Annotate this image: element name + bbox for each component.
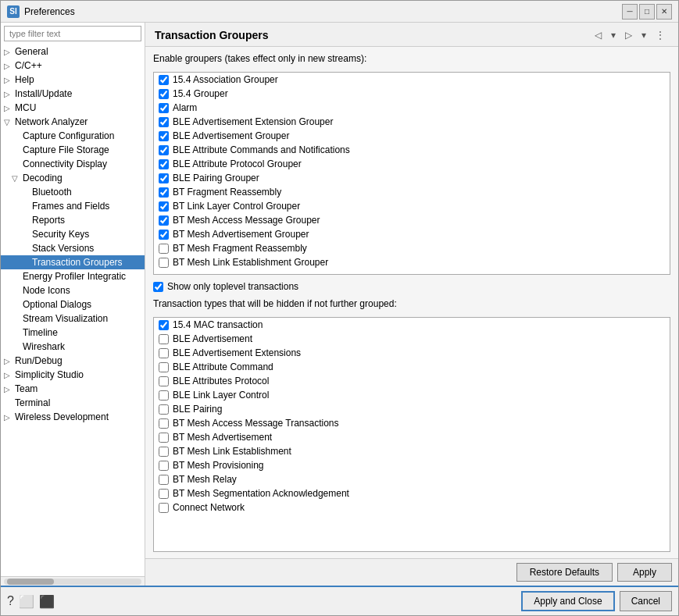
sidebar-item-connectivity-display[interactable]: Connectivity Display: [1, 157, 145, 171]
transaction-type-item[interactable]: BT Mesh Segmentation Acknowledgement: [154, 486, 670, 500]
sidebar-item-node-icons[interactable]: Node Icons: [1, 283, 145, 297]
sidebar-item-network-analyzer[interactable]: ▽Network Analyzer: [1, 115, 145, 129]
grouper-checkbox-3[interactable]: [159, 117, 169, 127]
sidebar-item-simplicity-studio[interactable]: ▷Simplicity Studio: [1, 368, 145, 382]
transaction-type-checkbox-12[interactable]: [159, 489, 169, 499]
grouper-item[interactable]: BT Mesh Advertisement Grouper: [154, 227, 670, 241]
sidebar-item-mcu[interactable]: ▷MCU: [1, 101, 145, 115]
sidebar-item-general[interactable]: ▷General: [1, 45, 145, 59]
sidebar-item-install-update[interactable]: ▷Install/Update: [1, 87, 145, 101]
transaction-type-checkbox-5[interactable]: [159, 390, 169, 401]
transaction-type-checkbox-10[interactable]: [159, 461, 169, 471]
grouper-item[interactable]: BT Fragment Reassembly: [154, 185, 670, 199]
transaction-type-item[interactable]: BLE Link Layer Control: [154, 388, 670, 402]
groupers-list[interactable]: 15.4 Association Grouper15.4 GrouperAlar…: [153, 72, 670, 275]
transaction-type-item[interactable]: BLE Advertisement Extensions: [154, 346, 670, 360]
grouper-item[interactable]: BLE Attribute Commands and Notifications: [154, 143, 670, 157]
transaction-type-item[interactable]: BT Mesh Link Establishment: [154, 444, 670, 458]
grouper-checkbox-2[interactable]: [159, 103, 169, 113]
transaction-type-item[interactable]: BT Mesh Advertisement: [154, 430, 670, 444]
grouper-item[interactable]: BT Link Layer Control Grouper: [154, 199, 670, 213]
forward-dropdown-button[interactable]: ▾: [638, 27, 650, 43]
sidebar-item-reports[interactable]: Reports: [1, 213, 145, 227]
cancel-button[interactable]: Cancel: [620, 591, 672, 611]
sidebar-item-transaction-groupers[interactable]: Transaction Groupers: [1, 255, 145, 269]
back-button[interactable]: ◁: [591, 27, 606, 43]
transaction-type-checkbox-13[interactable]: [159, 503, 169, 513]
show-only-label[interactable]: Show only toplevel transactions: [167, 281, 298, 292]
sidebar-item-wireless-development[interactable]: ▷Wireless Development: [1, 410, 145, 424]
transaction-types-list[interactable]: 15.4 MAC transactionBLE AdvertisementBLE…: [153, 317, 670, 552]
transaction-type-checkbox-8[interactable]: [159, 433, 169, 443]
grouper-item[interactable]: BT Mesh Access Message Grouper: [154, 213, 670, 227]
sidebar-item-c-cpp[interactable]: ▷C/C++: [1, 59, 145, 73]
sidebar-item-terminal[interactable]: Terminal: [1, 396, 145, 410]
grouper-item[interactable]: Alarm: [154, 101, 670, 115]
transaction-type-checkbox-6[interactable]: [159, 404, 169, 415]
sidebar-item-run-debug[interactable]: ▷Run/Debug: [1, 354, 145, 368]
sidebar-item-timeline[interactable]: Timeline: [1, 326, 145, 340]
transaction-type-checkbox-1[interactable]: [159, 334, 169, 344]
transaction-type-item[interactable]: BT Mesh Access Message Transactions: [154, 416, 670, 430]
grouper-checkbox-7[interactable]: [159, 173, 169, 183]
scroll-track[interactable]: [4, 579, 141, 585]
transaction-type-item[interactable]: BLE Advertisement: [154, 332, 670, 346]
back-dropdown-button[interactable]: ▾: [607, 27, 620, 43]
sidebar-item-stream-visualization[interactable]: Stream Visualization: [1, 312, 145, 326]
grouper-checkbox-1[interactable]: [159, 89, 169, 99]
grouper-checkbox-9[interactable]: [159, 201, 169, 212]
transaction-type-checkbox-4[interactable]: [159, 376, 169, 386]
restore-defaults-button[interactable]: Restore Defaults: [516, 563, 613, 582]
grouper-item[interactable]: BLE Advertisement Grouper: [154, 129, 670, 143]
apply-button[interactable]: Apply: [617, 563, 672, 582]
grouper-item[interactable]: 15.4 Grouper: [154, 87, 670, 101]
grouper-checkbox-0[interactable]: [159, 75, 169, 85]
sidebar-item-team[interactable]: ▷Team: [1, 382, 145, 396]
maximize-button[interactable]: □: [639, 4, 655, 20]
export-icon[interactable]: ⬜: [19, 594, 34, 609]
scroll-thumb[interactable]: [7, 579, 54, 585]
sidebar-scrollbar[interactable]: [1, 576, 145, 586]
help-icon[interactable]: ?: [7, 594, 14, 608]
grouper-checkbox-6[interactable]: [159, 159, 169, 169]
grouper-checkbox-5[interactable]: [159, 145, 169, 155]
sidebar-item-optional-dialogs[interactable]: Optional Dialogs: [1, 297, 145, 312]
filter-input[interactable]: [4, 26, 141, 41]
transaction-type-checkbox-11[interactable]: [159, 475, 169, 485]
minimize-button[interactable]: ─: [622, 4, 638, 20]
transaction-type-checkbox-0[interactable]: [159, 320, 169, 330]
transaction-type-item[interactable]: BT Mesh Relay: [154, 472, 670, 486]
transaction-type-item[interactable]: 15.4 MAC transaction: [154, 318, 670, 332]
transaction-type-checkbox-2[interactable]: [159, 348, 169, 358]
grouper-item[interactable]: BT Mesh Link Establishment Grouper: [154, 255, 670, 269]
apply-and-close-button[interactable]: Apply and Close: [521, 591, 614, 611]
grouper-item[interactable]: 15.4 Association Grouper: [154, 73, 670, 87]
sidebar-item-wireshark[interactable]: Wireshark: [1, 340, 145, 354]
menu-button[interactable]: ⋮: [652, 27, 669, 43]
grouper-checkbox-12[interactable]: [159, 244, 169, 254]
transaction-type-checkbox-7[interactable]: [159, 418, 169, 429]
sidebar-item-energy-profiler[interactable]: Energy Profiler Integratic: [1, 269, 145, 283]
sidebar-item-capture-file-storage[interactable]: Capture File Storage: [1, 143, 145, 157]
grouper-checkbox-11[interactable]: [159, 230, 169, 240]
close-button[interactable]: ✕: [656, 4, 672, 20]
forward-button[interactable]: ▷: [621, 27, 636, 43]
show-only-checkbox[interactable]: [153, 282, 163, 292]
grouper-checkbox-10[interactable]: [159, 215, 169, 226]
transaction-type-item[interactable]: BLE Attribute Command: [154, 360, 670, 374]
transaction-type-checkbox-3[interactable]: [159, 362, 169, 372]
grouper-checkbox-13[interactable]: [159, 258, 169, 268]
sidebar-item-frames-and-fields[interactable]: Frames and Fields: [1, 199, 145, 213]
transaction-type-item[interactable]: BT Mesh Provisioning: [154, 458, 670, 472]
grouper-item[interactable]: BLE Advertisement Extension Grouper: [154, 115, 670, 129]
import-icon[interactable]: ⬛: [39, 594, 55, 609]
transaction-type-item[interactable]: Connect Network: [154, 500, 670, 515]
sidebar-item-security-keys[interactable]: Security Keys: [1, 227, 145, 241]
sidebar-item-decoding[interactable]: ▽Decoding: [1, 171, 145, 185]
grouper-checkbox-8[interactable]: [159, 187, 169, 198]
sidebar-item-bluetooth[interactable]: Bluetooth: [1, 185, 145, 199]
grouper-item[interactable]: BLE Pairing Grouper: [154, 171, 670, 185]
grouper-item[interactable]: BT Mesh Fragment Reassembly: [154, 241, 670, 255]
transaction-type-item[interactable]: BLE Pairing: [154, 402, 670, 416]
sidebar-item-stack-versions[interactable]: Stack Versions: [1, 241, 145, 255]
